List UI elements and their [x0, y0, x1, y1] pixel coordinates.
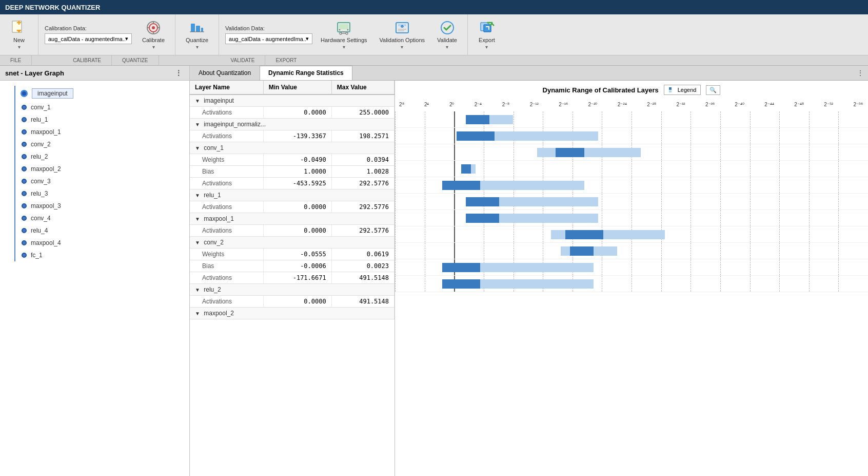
- table-section-header[interactable]: ▼ conv_2: [190, 237, 394, 249]
- layer-item[interactable]: conv_3: [21, 175, 179, 187]
- bar-inner: [466, 197, 499, 206]
- layer-item[interactable]: relu_4: [21, 224, 179, 237]
- table-row[interactable]: Activations 0.0000 292.5776: [190, 225, 394, 237]
- chart-bar-row: [395, 276, 868, 292]
- bar-inner: [457, 131, 495, 141]
- layer-item[interactable]: relu_2: [21, 150, 179, 163]
- layer-item[interactable]: conv_2: [21, 138, 179, 150]
- layer-dot: [22, 117, 27, 122]
- validation-options-button[interactable]: Validation Options ▾: [376, 17, 429, 52]
- vline-dashed: [691, 210, 691, 226]
- row-min: 0.0000: [263, 225, 331, 237]
- tabs-bar: About Quantization Dynamic Range Statist…: [190, 66, 868, 81]
- validation-data-dropdown[interactable]: aug_calData - augmentedIma... ▾: [225, 33, 312, 44]
- calibrate-button[interactable]: Calibrate ▾: [138, 17, 169, 52]
- vline-dashed: [750, 226, 751, 242]
- vline-dashed: [484, 243, 484, 259]
- legend-button[interactable]: Legend: [664, 85, 701, 95]
- section-name: maxpool_1: [204, 215, 234, 222]
- layer-item[interactable]: conv_4: [21, 212, 179, 224]
- vline-dashed: [661, 243, 662, 259]
- vline-dashed: [779, 161, 780, 177]
- hardware-settings-button[interactable]: Hardware Settings ▾: [317, 17, 371, 52]
- zoom-button[interactable]: 🔍: [706, 85, 720, 95]
- table-section-header[interactable]: ▼ relu_1: [190, 189, 394, 201]
- layer-item[interactable]: relu_3: [21, 187, 179, 200]
- export-icon: [479, 20, 495, 36]
- table-row[interactable]: Activations -139.3367 198.2571: [190, 130, 394, 142]
- toolbar: New ▾ Calibration Data: aug_calData - au…: [0, 14, 868, 55]
- table-row[interactable]: Activations -171.6671 491.5148: [190, 272, 394, 284]
- vline-dashed: [779, 194, 780, 210]
- vline-dashed: [573, 161, 573, 177]
- tab-dynamic-range-statistics[interactable]: Dynamic Range Statistics: [260, 66, 352, 80]
- table-row[interactable]: Activations 0.0000 292.5776: [190, 201, 394, 213]
- vline-dashed: [425, 259, 425, 275]
- bar-inner: [570, 246, 594, 256]
- layer-item[interactable]: maxpool_2: [21, 163, 179, 175]
- table-row[interactable]: Weights -0.0555 0.0619: [190, 249, 394, 260]
- table-section-header[interactable]: ▼ conv_1: [190, 142, 394, 154]
- table-row[interactable]: Bias 1.0000 1.0028: [190, 166, 394, 178]
- panel-menu-button[interactable]: ⋮: [173, 69, 184, 77]
- panel-title: snet - Layer Graph: [5, 69, 64, 77]
- table-row[interactable]: Activations 0.0000 255.0000: [190, 107, 394, 119]
- svg-point-18: [347, 29, 349, 31]
- table-row[interactable]: Bias -0.0006 0.0023: [190, 260, 394, 272]
- table-section-header[interactable]: ▼ imageinput: [190, 94, 394, 107]
- section-name-cell: ▼ relu_1: [190, 189, 394, 201]
- layer-item[interactable]: fc_1: [21, 249, 179, 261]
- layer-name-text: relu_3: [31, 190, 48, 197]
- chart-bar-row: [395, 161, 868, 177]
- table-section-header[interactable]: ▼ maxpool_2: [190, 308, 394, 319]
- table-row[interactable]: Activations 0.0000 491.5148: [190, 296, 394, 308]
- calibrate-icon: [145, 20, 162, 36]
- new-icon: [11, 20, 27, 36]
- row-max: 1.0028: [331, 166, 394, 178]
- tab-about-quantization[interactable]: About Quantization: [190, 66, 260, 80]
- export-section: Export ▾: [468, 14, 506, 55]
- table-section-header[interactable]: ▼ relu_2: [190, 284, 394, 296]
- svg-rect-16: [339, 24, 348, 29]
- layer-name-text: conv_2: [31, 141, 51, 148]
- layer-item[interactable]: maxpool_3: [21, 200, 179, 212]
- vline-dashed: [632, 243, 632, 259]
- row-type: Activations: [190, 296, 263, 308]
- calibration-data-dropdown[interactable]: aug_calData - augmentedIma... ▾: [45, 33, 132, 44]
- file-section: New ▾: [0, 14, 38, 55]
- validation-options-icon: [394, 20, 410, 36]
- vline-dashed: [691, 144, 691, 160]
- layer-item[interactable]: maxpool_1: [21, 126, 179, 138]
- new-button[interactable]: New ▾: [6, 17, 32, 52]
- vline-dashed: [425, 226, 425, 242]
- chart-area: Layer Name Min Value Max Value ▼ imagein…: [190, 81, 868, 476]
- vline-dashed: [425, 128, 425, 144]
- layer-item[interactable]: conv_1: [21, 101, 179, 113]
- export-label: Export: [479, 37, 495, 43]
- vline-dashed: [691, 243, 691, 259]
- svg-point-17: [339, 29, 341, 31]
- layer-item[interactable]: imageinput: [21, 86, 179, 101]
- vline-dashed: [395, 161, 396, 177]
- tabs-menu-button[interactable]: ⋮: [853, 66, 868, 80]
- quantize-button[interactable]: Quantize ▾: [182, 17, 212, 52]
- table-row[interactable]: Weights -0.0490 0.0394: [190, 154, 394, 166]
- vline-dashed: [632, 210, 632, 226]
- vline-dashed: [809, 194, 810, 210]
- toolbar-bottom: FILE CALIBRATE QUANTIZE VALIDATE EXPORT: [0, 55, 868, 66]
- vline-dashed: [691, 259, 691, 275]
- layer-item[interactable]: maxpool_4: [21, 237, 179, 249]
- section-name-cell: ▼ maxpool_1: [190, 213, 394, 225]
- layer-item[interactable]: relu_1: [21, 113, 179, 126]
- table-section-header[interactable]: ▼ maxpool_1: [190, 213, 394, 225]
- table-section-header[interactable]: ▼ imageinput_normaliz...: [190, 119, 394, 130]
- quantize-section: Quantize ▾: [175, 14, 219, 55]
- export-button[interactable]: Export ▾: [474, 17, 500, 52]
- layer-name-text: maxpool_1: [31, 128, 61, 136]
- row-type: Activations: [190, 225, 263, 237]
- table-row[interactable]: Activations -453.5925 292.5776: [190, 178, 394, 189]
- zoom-icon: 🔍: [709, 87, 717, 93]
- validate-button[interactable]: Validate ▾: [433, 17, 461, 52]
- section-arrow: ▼: [195, 145, 200, 151]
- vline-dashed: [750, 111, 751, 127]
